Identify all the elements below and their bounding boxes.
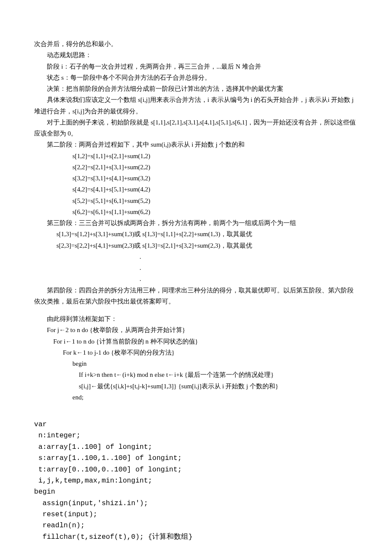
algorithm-frame: 由此得到算法框架如下： For j←2 to n do {枚举阶段，从两两合并开… — [34, 313, 358, 403]
paragraph-phase3: 第三阶段：三三合并可以拆成两两合并，拆分方法有两种，前两个为一组或后两个为一组 — [34, 217, 358, 228]
code-line: assign(input,'shizi.in'); — [34, 498, 358, 509]
paragraph-phase2: 第二阶段：两两合并过程如下，其中 sum(i,j)表示从 i 开始数 j 个数的… — [34, 139, 358, 150]
code-line: reset(input); — [34, 509, 358, 520]
equation: s[1,3]=s[1,2]+s[3,1]+sum(1,3)或 s[1,3]=s[… — [34, 228, 358, 240]
equation: s[3,2]=s[3,1]+s[4,1]+sum(3,2) — [34, 173, 358, 184]
paragraph: 阶段 i：石子的每一次合并过程，先两两合并，再三三合并，...最后 N 堆合并 — [34, 61, 358, 72]
equation: s[6,2]=s[6,1]+s[1,1]+sum(6,2) — [34, 206, 358, 217]
paragraph: 对于上面的例子来说，初始阶段就是 s[1,1],s[2,1],s[3,1],s[… — [34, 117, 358, 139]
ellipsis-dot: . — [34, 251, 358, 262]
code-line: i,j,k,temp,max,min:longint; — [34, 475, 358, 486]
paragraph: 状态 s：每一阶段中各个不同合并方法的石子合并总得分。 — [34, 72, 358, 83]
paragraph: 由此得到算法框架如下： — [34, 313, 358, 324]
pseudocode-line: For j←2 to n do {枚举阶段，从两两合并开始计算} — [34, 324, 358, 335]
code-line: begin — [34, 486, 358, 497]
equation: s[1,2]=s[1,1]+s[2,1]+sum(1,2) — [34, 150, 358, 162]
document-page: 次合并后，得分的总和最小。 动态规划思路： 阶段 i：石子的每一次合并过程，先两… — [0, 0, 392, 555]
ellipsis-dot: . — [34, 262, 358, 273]
pseudocode-line: begin — [34, 358, 358, 369]
equation: s[5,2]=s[5,1]+s[6,1]+sum(5,2) — [34, 195, 358, 206]
paragraph: 次合并后，得分的总和最小。 — [34, 38, 358, 49]
heading-approach: 动态规划思路： — [34, 49, 358, 61]
pascal-source: var n:integer; a:array[1..100] of longin… — [34, 419, 358, 543]
equation: s[2,2]=s[2,1]+s[3,1]+sum(2,2) — [34, 162, 358, 173]
pseudocode-line: s[i,j]←最优{s[i,k]+s[t,j-k]+sum[1,3]} {sum… — [34, 381, 358, 392]
pseudocode-line: For i←1 to n do {计算当前阶段的 n 种不同状态的值} — [34, 336, 358, 347]
code-line: var — [34, 419, 358, 430]
code-line: n:integer; — [34, 430, 358, 441]
paragraph: 决策：把当前阶段的合并方法细分成前一阶段已计算出的方法，选择其中的最优方案 — [34, 83, 358, 94]
code-line: t:array[0..100,0..100] of longint; — [34, 464, 358, 475]
paragraph: 具体来说我们应该定义一个数组 s[i,j]用来表示合并方法，i 表示从编号为 i… — [34, 94, 358, 117]
pseudocode-line: end; — [34, 392, 358, 403]
pseudocode-line: If i+k>n then t←(i+k) mod n else t←i+k {… — [34, 369, 358, 380]
code-line: s:array[1..100,1..100] of longint; — [34, 453, 358, 464]
equation: s[2,3]=s[2,2]+s[4,1]+sum(2,3)或 s[1,3]=s[… — [34, 240, 358, 251]
paragraph-phase4: 第四阶段：四四合并的拆分方法用三种，同理求出三种分法的得分，取其最优即可。以后第… — [34, 285, 358, 307]
code-line: fillchar(t,sizeof(t),0); {计算和数组} — [34, 532, 358, 543]
code-line: readln(n); — [34, 520, 358, 531]
code-line: a:array[1..100] of longint; — [34, 442, 358, 453]
pseudocode-line: For k←1 to j-1 do {枚举不同的分段方法} — [34, 347, 358, 358]
equation: s[4,2]=s[4,1]+s[5,1]+sum(4,2) — [34, 184, 358, 195]
ellipsis-dot: . — [34, 273, 358, 284]
